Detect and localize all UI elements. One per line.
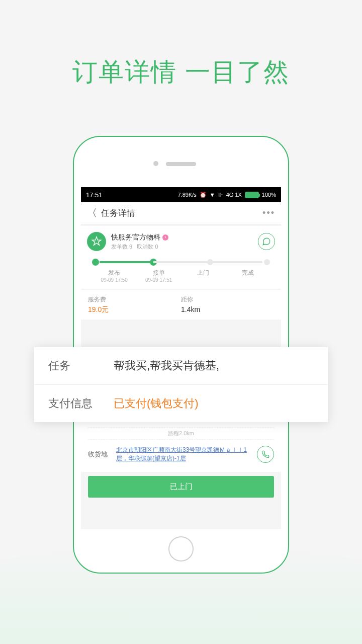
delivery-link[interactable]: 北京市朝阳区广顺南大街33号望京凯德Ｍａｌｌ1层，华联综超(望京店)-1层 [116, 446, 257, 463]
payment-label: 支付信息 [48, 396, 114, 411]
step-dot [92, 259, 99, 266]
nav-title: 任务详情 [101, 207, 262, 219]
signal-icon: ⊪ [218, 192, 223, 198]
progress-tracker: 发布09-09 17:50 接单09-09 17:51 上门 完成 [87, 261, 275, 283]
wifi-icon: ▼ [210, 192, 215, 198]
distance-value: 1.4km [181, 305, 274, 313]
task-label: 任务 [48, 358, 114, 373]
page-headline: 订单详情 一目了然 [0, 0, 362, 89]
female-badge-icon: ♀ [162, 234, 168, 240]
step-time: 09-09 17:50 [92, 277, 137, 283]
navbar: 〈 任务详情 ••• [81, 202, 281, 224]
home-button[interactable] [168, 536, 194, 561]
avatar[interactable] [87, 232, 106, 251]
status-bar: 17:51 7.89K/s ⏰ ▼ ⊪ 4G 1X 100% [81, 187, 281, 202]
step-dot [264, 259, 270, 265]
detail-overlay: 任务 帮我买,帮我买肯德基, 支付信息 已支付(钱包支付) [34, 347, 328, 422]
status-network: 4G 1X [226, 192, 242, 198]
user-stats: 发单数 9 取消数 0 [111, 243, 258, 251]
status-time: 17:51 [86, 191, 103, 199]
step-label: 完成 [226, 269, 270, 277]
fee-label: 服务费 [88, 295, 181, 304]
clock-icon: ⏰ [200, 192, 207, 198]
task-value: 帮我买,帮我买肯德基, [114, 358, 219, 373]
distance-label: 距你 [181, 295, 274, 304]
battery-icon [245, 192, 259, 198]
phone-icon[interactable] [257, 446, 274, 463]
chat-icon[interactable] [258, 233, 275, 250]
step-label: 接单 [137, 269, 182, 277]
phone-camera [153, 161, 158, 166]
arrived-button[interactable]: 已上门 [88, 476, 274, 498]
user-name: 快服务官方物料 [111, 233, 160, 242]
fee-value: 19.0元 [88, 305, 181, 314]
route-distance: 路程2.0km [88, 427, 274, 440]
step-label: 上门 [181, 269, 226, 277]
step-time: 09-09 17:51 [137, 277, 182, 283]
payment-value: 已支付(钱包支付) [114, 396, 199, 411]
delivery-label: 收货地 [88, 450, 116, 459]
status-speed: 7.89K/s [177, 192, 196, 198]
more-icon[interactable]: ••• [262, 208, 275, 218]
phone-speaker [166, 162, 196, 166]
step-label: 发布 [92, 269, 137, 277]
status-battery: 100% [262, 192, 276, 198]
back-icon[interactable]: 〈 [87, 206, 97, 220]
